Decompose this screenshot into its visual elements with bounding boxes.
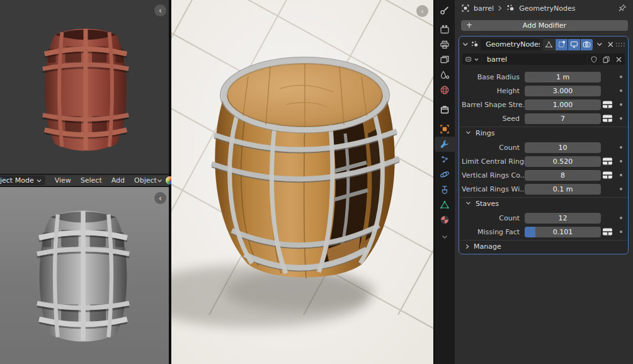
pin-icon[interactable] [618, 4, 627, 13]
object-data-icon [440, 200, 450, 210]
height-field[interactable]: 3.000 [525, 86, 601, 96]
tab-object[interactable] [435, 122, 455, 137]
expand-chevron-icon[interactable] [462, 42, 469, 47]
property-row: Base Radius 1 m [459, 70, 628, 84]
section-title: Staves [476, 200, 499, 208]
property-row: Count 12 [459, 211, 628, 225]
staves-count-field[interactable]: 12 [525, 213, 601, 224]
chevron-down-icon [37, 179, 42, 183]
chevron-right-icon [465, 244, 469, 249]
section-rings[interactable]: Rings [459, 127, 628, 139]
missing-factor-slider[interactable]: 0.101 [525, 227, 601, 237]
tab-collection[interactable] [435, 102, 455, 117]
animate-decorator[interactable] [614, 76, 628, 78]
browse-node-group-button[interactable] [462, 54, 481, 65]
limit-central-rings-field[interactable]: 0.520 [525, 156, 601, 167]
tab-output[interactable] [435, 37, 455, 52]
chevron-down-icon[interactable] [157, 179, 163, 183]
property-label: Seed [462, 115, 525, 123]
particles-icon [440, 154, 450, 164]
base-radius-field[interactable]: 1 m [525, 72, 601, 82]
property-row: Vertical Rings Wi... 0.1 m [459, 182, 628, 196]
property-label: Vertical Rings Wi... [462, 185, 525, 193]
sidebar-collapse-icon[interactable]: ‹ [154, 192, 166, 204]
tool-icon [440, 5, 450, 15]
animate-decorator[interactable] [614, 230, 628, 233]
input-attribute-toggle-icon[interactable] [601, 171, 614, 179]
vertical-rings-count-field[interactable]: 8 [525, 170, 601, 181]
geometry-nodes-modifier-panel: GeometryNodes [459, 36, 629, 254]
object-icon [440, 124, 450, 134]
extras-chevron-icon[interactable] [596, 42, 603, 47]
viewport-wireframe-preview[interactable]: ‹ [0, 187, 169, 364]
rings-count-field[interactable]: 10 [525, 142, 601, 153]
mode-dropdown[interactable]: ject Mode [0, 176, 45, 185]
menu-select[interactable]: Select [81, 176, 102, 185]
render-icon [440, 25, 450, 35]
tab-view-layer[interactable] [435, 52, 455, 67]
left-viewport-column: ‹ ject Mode View Select Add Object [0, 0, 169, 364]
input-attribute-toggle-icon[interactable] [601, 227, 614, 236]
shield-icon[interactable] [588, 54, 600, 65]
input-attribute-toggle-icon[interactable] [601, 114, 614, 123]
viewport-header: ject Mode View Select Add Object [0, 174, 169, 186]
rendered-scene [171, 0, 433, 364]
slider-fill [525, 227, 535, 237]
tab-physics[interactable] [435, 167, 455, 182]
section-title: Rings [476, 129, 494, 137]
node-group-name-field[interactable]: barrel [482, 54, 587, 65]
breadcrumb-object[interactable]: barrel [474, 4, 494, 13]
sidebar-collapse-icon[interactable]: ‹ [416, 5, 428, 17]
add-modifier-label: Add Modifier [461, 21, 628, 30]
input-attribute-toggle-icon[interactable] [601, 157, 614, 166]
physics-icon [440, 169, 450, 179]
tab-material[interactable] [435, 212, 455, 227]
viewport-solid-preview[interactable]: ‹ [0, 0, 169, 174]
tab-object-data[interactable] [435, 197, 455, 212]
animate-decorator[interactable] [614, 160, 628, 162]
tab-particles[interactable] [435, 152, 455, 167]
animate-decorator[interactable] [614, 188, 628, 190]
tab-world[interactable] [435, 82, 455, 98]
menu-object[interactable]: Object [134, 176, 157, 185]
animate-decorator[interactable] [614, 217, 628, 219]
viewport-main-render[interactable]: ‹ [171, 0, 433, 364]
animate-decorator[interactable] [614, 117, 628, 120]
vertical-rings-width-field[interactable]: 0.1 m [525, 184, 601, 195]
tab-overflow[interactable] [435, 229, 455, 244]
tab-constraints[interactable] [435, 182, 455, 197]
section-staves[interactable]: Staves [459, 197, 628, 209]
input-attribute-toggle-icon[interactable] [601, 100, 614, 109]
show-render-icon[interactable] [581, 39, 593, 50]
menu-view[interactable]: View [55, 176, 71, 185]
animate-decorator[interactable] [614, 146, 628, 149]
tab-modifiers[interactable] [435, 137, 455, 152]
staves-inputs: Count 12 Missing Fact 0.101 [459, 209, 628, 240]
close-icon[interactable] [607, 41, 614, 48]
barrel-shape-strength-field[interactable]: 1.000 [525, 100, 601, 110]
property-label: Count [462, 144, 525, 152]
tab-tool[interactable] [435, 3, 455, 18]
scene-icon [440, 70, 450, 80]
drag-handle-dots[interactable] [615, 42, 625, 47]
modifier-name-field[interactable]: GeometryNodes [481, 39, 540, 50]
tab-scene[interactable] [435, 67, 455, 82]
edit-mode-icon[interactable] [543, 39, 555, 50]
sidebar-collapse-icon[interactable]: ‹ [154, 4, 166, 16]
breadcrumb-modifier[interactable]: GeometryNodes [519, 4, 575, 13]
animate-decorator[interactable] [614, 103, 628, 106]
duplicate-icon[interactable] [600, 54, 612, 65]
seed-field[interactable]: 7 [525, 113, 601, 124]
animate-decorator[interactable] [614, 174, 628, 176]
modifier-display-toggles [543, 39, 593, 50]
menu-add[interactable]: Add [111, 176, 125, 185]
add-modifier-button[interactable]: + Add Modifier [461, 20, 628, 31]
tab-render[interactable] [435, 22, 455, 37]
animate-decorator[interactable] [614, 89, 628, 92]
unlink-icon[interactable] [613, 54, 625, 65]
show-viewport-icon[interactable] [568, 39, 580, 50]
on-cage-icon[interactable] [556, 39, 567, 50]
modifiers-icon [440, 139, 450, 149]
section-manage[interactable]: Manage [459, 240, 628, 252]
property-row: Limit Central Rings 0.520 [459, 154, 628, 168]
